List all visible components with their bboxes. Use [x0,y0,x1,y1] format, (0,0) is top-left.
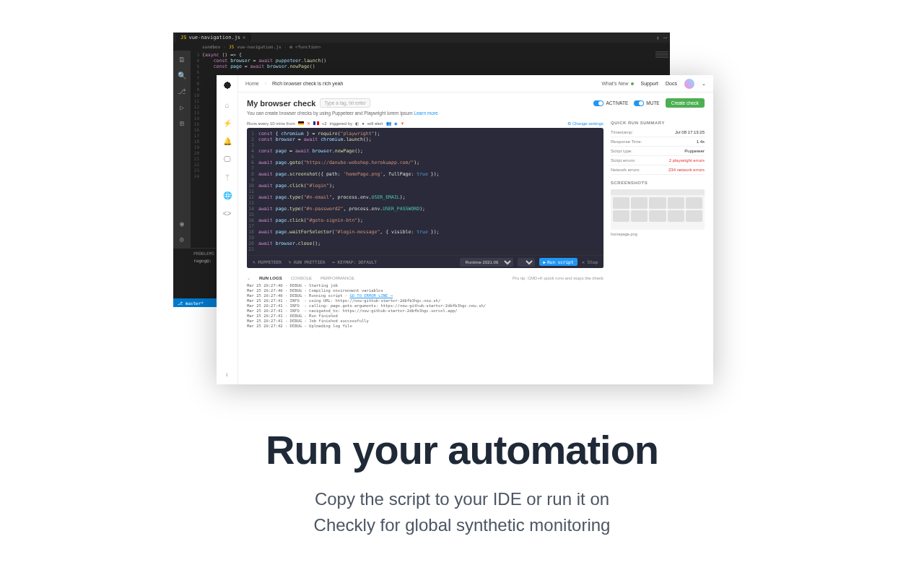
puppeteer-tab[interactable]: ✎ PUPPETEER [253,259,282,264]
hero-subtitle: Copy the script to your IDE or run it on… [0,486,924,538]
branch-indicator[interactable]: ⎇ master* [178,301,204,306]
summary-row: Network errors:234 network errors [611,165,705,175]
subtitle: You can create browser checks by using P… [238,111,713,118]
flag-fr-icon [313,121,319,125]
chevron-down-icon[interactable]: ⌄ [247,275,250,280]
slack-icon: ◆ [394,121,398,126]
more-icon[interactable]: ⋯ [663,35,667,41]
github-icon: ◐ [355,121,359,126]
split-icon[interactable]: ⫞ [656,35,659,41]
page-title: My browser check [247,99,315,108]
gitlab-icon: ▼ [401,121,405,126]
performance-tab[interactable]: PERFORMANCE [321,276,354,280]
editor-tab[interactable]: JS vue-navigation.js × [176,35,250,40]
script-editor[interactable]: 1const { chromium } = require("playwrigh… [247,128,603,268]
activity-bar: 🗎 🔍 ⎇ ▷ ⊞ ◉ ⚙ [173,51,191,248]
explorer-icon[interactable]: 🗎 [178,55,186,64]
crumb-symbol[interactable]: <function> [295,44,321,49]
change-settings-link[interactable]: ⚙Change settings [567,121,603,126]
nav-crumb[interactable]: Rich browser check is rich yeah [272,81,343,86]
crumb-folder[interactable]: sandbox [202,44,220,49]
summary-row: Timestamp:Jul 08 17:13:25 [611,128,705,137]
home-icon[interactable]: ⌂ [225,101,229,109]
tab-filename: vue-navigation.js [188,35,240,40]
pro-tip: Pro tip: CMD+K quick runs and stops the … [513,276,603,280]
scm-icon[interactable]: ⎇ [178,87,186,95]
logs-panel: ⌄ RUN LOGS CONSOLE PERFORMANCE Pro tip: … [247,272,603,329]
hero-title: Run your automation [0,426,924,473]
summary-title: QUICK RUN SUMMARY [611,121,705,125]
console-tab[interactable]: CONSOLE [291,276,312,280]
location-select[interactable]: 🇨🇦 [518,258,535,267]
vscode-titlebar: JS vue-navigation.js × ⫞ ⋯ [173,33,670,43]
search-icon[interactable]: 🔍 [178,71,186,79]
gear-icon[interactable]: ⚙ [178,235,186,243]
summary-row: Response Time:1.4s [611,137,705,147]
run-bar: Runs every 10 mins from ✕ +2 triggered b… [247,118,603,128]
keymap-button[interactable]: ⌨ KEYMAP: DEFAULT [332,259,376,264]
runtime-select[interactable]: Runtime 2021.06 [460,258,513,267]
nav-docs[interactable]: Docs [666,81,677,86]
chevron-right-icon: › [265,81,266,86]
run-script-button[interactable]: ▶ Run script [539,258,578,266]
flag-de-icon [298,121,304,125]
checks-icon[interactable]: ⚡ [223,119,232,127]
nav-home[interactable]: Home [245,81,259,86]
prettier-button[interactable]: ✎ RUN PRETTIER [289,259,326,264]
vscode-tabs: JS vue-navigation.js × [176,33,250,43]
hero: Run your automation Copy the script to y… [0,426,924,538]
screenshot-caption: homepage.png [611,232,705,236]
integrations-icon[interactable]: ᛘ [225,173,230,181]
teams-icon: 👥 [386,121,391,126]
checkly-window: ⌂ ⚡ 🔔 🖵 ᛘ 🌐 <> ‹ Home › Rich browser che… [217,75,713,384]
nav-support[interactable]: Support [641,81,659,86]
globe-icon[interactable]: 🌐 [223,191,232,199]
summary-row: Script errors:2 playwright errors [611,156,705,165]
checkly-logo[interactable] [222,79,233,91]
debug-icon[interactable]: ▷ [178,103,186,111]
problems-tab[interactable]: PROBLEMS [193,251,214,256]
summary-panel: QUICK RUN SUMMARY Timestamp:Jul 08 17:13… [611,118,705,384]
account-icon[interactable]: ◉ [178,219,186,228]
screenshots-label: SCREENSHOTS [611,181,705,185]
gutter: 3456789101112131415161718192021222324 [191,51,202,248]
checkly-sidebar: ⌂ ⚡ 🔔 🖵 ᛘ 🌐 <> ‹ [217,75,238,384]
summary-row: Script type:Puppeteer [611,147,705,156]
crumb-file[interactable]: vue-navigation.js [237,44,281,49]
alerts-icon[interactable]: 🔔 [223,137,232,145]
avatar[interactable] [684,79,694,89]
log-output: Mar 25 20:27:40 - DEBUG - Starting job M… [247,283,603,329]
learn-more-link[interactable]: Learn more [414,111,437,116]
whats-new[interactable]: What's New [601,81,633,86]
chevron-down-icon[interactable]: ⌄ [702,81,706,87]
top-nav: Home › Rich browser check is rich yeah W… [238,75,713,92]
tag-input[interactable]: Type a tag, hit enter [320,98,370,108]
breadcrumb: sandbox› JSvue-navigation.js› ⚙<function… [173,43,670,51]
circle-icon: ● [362,121,365,126]
code-icon[interactable]: <> [223,210,232,217]
create-check-button[interactable]: Create check [666,98,705,108]
js-icon: JS [180,35,186,40]
stop-button[interactable]: ✕ Stop [582,259,598,264]
extensions-icon[interactable]: ⊞ [178,118,186,127]
runlogs-tab[interactable]: RUN LOGS [259,276,282,280]
editor-toolbar: ✎ PUPPETEER ✎ RUN PRETTIER ⌨ KEYMAP: DEF… [247,255,603,268]
close-icon[interactable]: × [243,35,245,40]
more-locations[interactable]: +2 [322,121,327,126]
dashboards-icon[interactable]: 🖵 [224,155,231,163]
collapse-icon[interactable]: ‹ [226,371,228,379]
remove-icon[interactable]: ✕ [307,121,310,126]
mute-toggle[interactable]: MUTE [634,100,659,106]
activate-toggle[interactable]: ACTIVATE [593,100,628,106]
screenshot-thumb[interactable] [611,189,705,230]
